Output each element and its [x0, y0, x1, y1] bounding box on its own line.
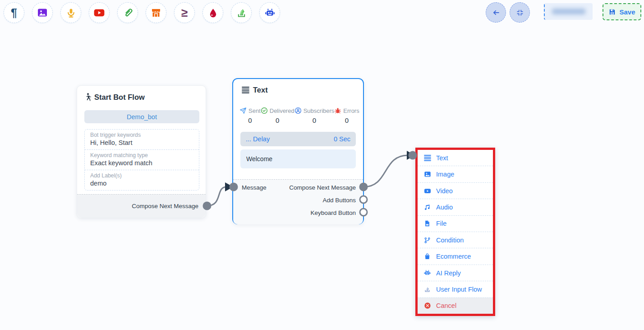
message-text: Welcome: [246, 155, 272, 163]
image-icon: [37, 7, 48, 18]
field-label: Keyword matching type: [90, 152, 193, 158]
back-button[interactable]: [486, 2, 506, 23]
menu-item-user-input-flow[interactable]: User Input Flow: [418, 281, 493, 297]
robot-icon: [264, 7, 276, 19]
menu-item-text[interactable]: Text: [418, 150, 493, 166]
toolbar-droplet-button[interactable]: [202, 2, 223, 23]
text-node-title: Text: [242, 86, 268, 94]
toolbar-file-button[interactable]: [117, 2, 138, 23]
field-label: Add Label(s): [90, 172, 193, 179]
menu-item-ecommerce[interactable]: Ecommerce: [418, 248, 493, 264]
menu-item-audio[interactable]: Audio: [418, 199, 493, 215]
bot-name-button-redacted[interactable]: [544, 3, 593, 20]
stat-value: 0: [248, 116, 252, 124]
robot-icon: [423, 269, 431, 277]
menu-item-cancel[interactable]: Cancel: [418, 297, 493, 314]
field-trigger-keywords[interactable]: Bot trigger keywords Hi, Hello, Start: [85, 130, 199, 149]
toolbar-video-button[interactable]: [89, 2, 110, 23]
user-circle-icon: [294, 107, 302, 114]
start-node-fields: Bot trigger keywords Hi, Hello, Start Ke…: [84, 129, 199, 191]
field-label: Bot trigger keywords: [90, 132, 193, 138]
droplet-icon: [208, 8, 218, 18]
field-value: demo: [90, 180, 193, 187]
cancel-circle-icon: [424, 302, 431, 309]
stat-sent: Sent 0: [239, 107, 261, 124]
stack-icon: [236, 8, 247, 18]
menu-item-image[interactable]: Image: [418, 166, 493, 182]
collapse-view-button[interactable]: [510, 2, 530, 23]
paperclip-icon: [122, 7, 133, 18]
arrow-left-icon: [492, 8, 501, 17]
message-content-box[interactable]: Welcome: [240, 149, 356, 168]
stack-icon: [424, 286, 431, 293]
stat-value: 0: [276, 116, 279, 124]
menu-item-video[interactable]: Video: [418, 182, 493, 199]
text-node-footer: Message Compose Next Message Add Buttons…: [233, 179, 363, 224]
toolbar-image-button[interactable]: [32, 2, 53, 23]
field-value: Exact keyword match: [90, 159, 193, 167]
wire-text-to-menu: [363, 155, 408, 187]
arrowhead-into-menu: [407, 151, 415, 160]
stat-value: 0: [345, 116, 349, 124]
stat-subscribers: Subscribers 0: [294, 107, 335, 124]
field-add-labels[interactable]: Add Label(s) demo: [85, 170, 199, 190]
element-toolbar: ¶ ≥: [4, 2, 280, 23]
hamburger-icon: [242, 87, 249, 93]
start-node-footer: Compose Next Message: [77, 194, 206, 218]
microphone-icon: [66, 8, 76, 18]
delay-label: ... Delay: [246, 135, 270, 143]
compress-arrows-icon: [516, 9, 524, 17]
stat-delivered: Delivered 0: [261, 107, 294, 124]
start-node-title: Start Bot Flow: [84, 93, 145, 102]
compose-next-message-output-label: Compose Next Message: [132, 203, 198, 209]
wire-start-to-text: [207, 187, 226, 206]
toolbar-audio-button[interactable]: [60, 2, 81, 23]
hamburger-icon: [424, 155, 431, 161]
save-label: Save: [619, 8, 635, 16]
field-matching-type[interactable]: Keyword matching type Exact keyword matc…: [85, 149, 199, 170]
message-input-label: Message: [242, 184, 267, 191]
video-icon: [424, 187, 431, 195]
delay-value: 0 Sec: [334, 135, 350, 143]
text-message-node[interactable]: Text Sent 0 Delivered 0: [232, 78, 364, 224]
bot-select-button[interactable]: Demo_bot: [84, 110, 199, 123]
greater-equal-icon: ≥: [181, 7, 188, 19]
file-pdf-icon: [424, 220, 431, 227]
stat-errors: Errors 0: [334, 107, 359, 124]
delay-setting-row[interactable]: ... Delay 0 Sec: [240, 132, 356, 146]
add-element-menu: Text Image Video Audio File Condition Ec…: [415, 148, 495, 316]
stat-value: 0: [313, 116, 316, 124]
toolbar-ecommerce-button[interactable]: [146, 2, 166, 23]
save-icon: [608, 8, 616, 16]
walking-person-icon: [84, 93, 91, 102]
field-value: Hi, Hello, Start: [90, 139, 193, 146]
send-icon: [239, 107, 247, 114]
music-note-icon: [424, 204, 431, 210]
menu-item-ai-reply[interactable]: AI Reply: [418, 265, 493, 281]
paragraph-icon: ¶: [11, 7, 17, 19]
text-node-stats: Sent 0 Delivered 0 Subscribers 0: [239, 107, 357, 124]
add-buttons-output-label: Add Buttons: [322, 197, 356, 204]
toolbar-text-button[interactable]: ¶: [4, 2, 24, 23]
compose-next-message-output-label: Compose Next Message: [289, 184, 356, 191]
check-circle-icon: [261, 107, 268, 114]
redacted-text: [552, 9, 585, 14]
branch-icon: [424, 237, 431, 244]
youtube-icon: [93, 7, 105, 19]
menu-item-file[interactable]: File: [418, 215, 493, 232]
menu-item-condition[interactable]: Condition: [418, 232, 493, 248]
image-icon: [424, 171, 431, 178]
toolbar-user-input-button[interactable]: [231, 2, 252, 23]
bug-icon: [334, 107, 341, 114]
shopping-bag-icon: [424, 253, 431, 260]
save-button[interactable]: Save: [603, 3, 641, 20]
toolbar-ai-reply-button[interactable]: [259, 2, 280, 23]
start-bot-flow-node[interactable]: Start Bot Flow Demo_bot Bot trigger keyw…: [77, 85, 206, 218]
store-icon: [151, 7, 161, 18]
keyboard-button-output-label: Keyboard Button: [310, 209, 356, 216]
toolbar-condition-button[interactable]: ≥: [174, 2, 195, 23]
